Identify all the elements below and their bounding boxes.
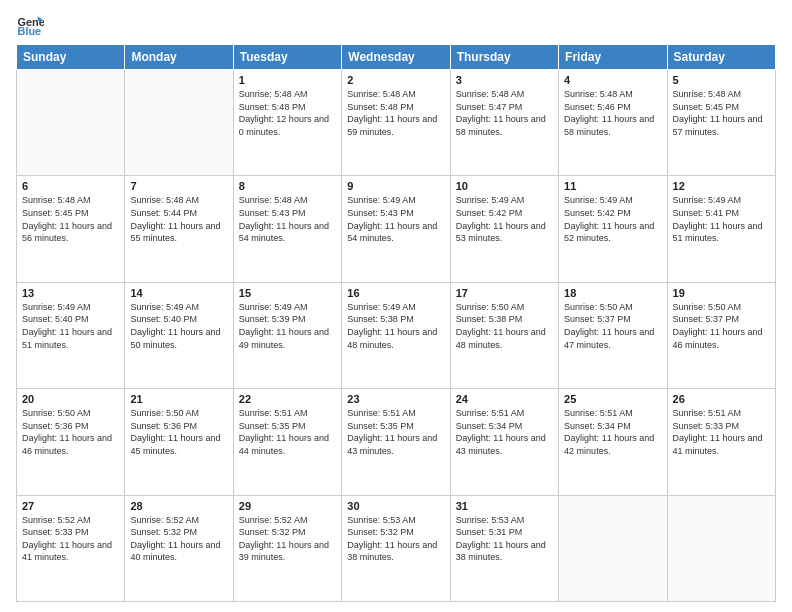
calendar-cell [125, 70, 233, 176]
day-info: Sunrise: 5:53 AMSunset: 5:32 PMDaylight:… [347, 514, 444, 564]
calendar-cell: 13Sunrise: 5:49 AMSunset: 5:40 PMDayligh… [17, 282, 125, 388]
day-info: Sunrise: 5:50 AMSunset: 5:37 PMDaylight:… [673, 301, 770, 351]
calendar-cell: 31Sunrise: 5:53 AMSunset: 5:31 PMDayligh… [450, 495, 558, 601]
day-number: 17 [456, 287, 553, 299]
day-number: 25 [564, 393, 661, 405]
day-number: 30 [347, 500, 444, 512]
day-number: 29 [239, 500, 336, 512]
day-info: Sunrise: 5:51 AMSunset: 5:34 PMDaylight:… [456, 407, 553, 457]
weekday-header-row: SundayMondayTuesdayWednesdayThursdayFrid… [17, 45, 776, 70]
weekday-header-friday: Friday [559, 45, 667, 70]
weekday-header-sunday: Sunday [17, 45, 125, 70]
calendar-cell: 24Sunrise: 5:51 AMSunset: 5:34 PMDayligh… [450, 389, 558, 495]
calendar-cell: 20Sunrise: 5:50 AMSunset: 5:36 PMDayligh… [17, 389, 125, 495]
day-number: 10 [456, 180, 553, 192]
logo: General Blue [16, 10, 48, 38]
day-number: 19 [673, 287, 770, 299]
day-number: 1 [239, 74, 336, 86]
day-info: Sunrise: 5:49 AMSunset: 5:40 PMDaylight:… [130, 301, 227, 351]
day-number: 27 [22, 500, 119, 512]
weekday-header-wednesday: Wednesday [342, 45, 450, 70]
day-info: Sunrise: 5:52 AMSunset: 5:32 PMDaylight:… [239, 514, 336, 564]
day-info: Sunrise: 5:48 AMSunset: 5:47 PMDaylight:… [456, 88, 553, 138]
calendar-cell: 21Sunrise: 5:50 AMSunset: 5:36 PMDayligh… [125, 389, 233, 495]
day-number: 5 [673, 74, 770, 86]
day-number: 16 [347, 287, 444, 299]
day-info: Sunrise: 5:48 AMSunset: 5:48 PMDaylight:… [347, 88, 444, 138]
calendar-cell: 28Sunrise: 5:52 AMSunset: 5:32 PMDayligh… [125, 495, 233, 601]
calendar-cell: 29Sunrise: 5:52 AMSunset: 5:32 PMDayligh… [233, 495, 341, 601]
day-info: Sunrise: 5:48 AMSunset: 5:48 PMDaylight:… [239, 88, 336, 138]
day-info: Sunrise: 5:48 AMSunset: 5:45 PMDaylight:… [22, 194, 119, 244]
calendar-cell: 9Sunrise: 5:49 AMSunset: 5:43 PMDaylight… [342, 176, 450, 282]
svg-text:Blue: Blue [18, 25, 42, 37]
calendar-cell: 6Sunrise: 5:48 AMSunset: 5:45 PMDaylight… [17, 176, 125, 282]
calendar-cell: 4Sunrise: 5:48 AMSunset: 5:46 PMDaylight… [559, 70, 667, 176]
day-number: 6 [22, 180, 119, 192]
calendar-cell: 26Sunrise: 5:51 AMSunset: 5:33 PMDayligh… [667, 389, 775, 495]
calendar-cell [667, 495, 775, 601]
day-number: 15 [239, 287, 336, 299]
calendar-cell: 18Sunrise: 5:50 AMSunset: 5:37 PMDayligh… [559, 282, 667, 388]
day-info: Sunrise: 5:49 AMSunset: 5:42 PMDaylight:… [456, 194, 553, 244]
calendar-cell: 10Sunrise: 5:49 AMSunset: 5:42 PMDayligh… [450, 176, 558, 282]
day-number: 8 [239, 180, 336, 192]
day-info: Sunrise: 5:49 AMSunset: 5:43 PMDaylight:… [347, 194, 444, 244]
calendar-cell: 8Sunrise: 5:48 AMSunset: 5:43 PMDaylight… [233, 176, 341, 282]
day-info: Sunrise: 5:49 AMSunset: 5:38 PMDaylight:… [347, 301, 444, 351]
calendar-cell: 23Sunrise: 5:51 AMSunset: 5:35 PMDayligh… [342, 389, 450, 495]
day-info: Sunrise: 5:50 AMSunset: 5:38 PMDaylight:… [456, 301, 553, 351]
calendar-cell: 22Sunrise: 5:51 AMSunset: 5:35 PMDayligh… [233, 389, 341, 495]
day-info: Sunrise: 5:52 AMSunset: 5:32 PMDaylight:… [130, 514, 227, 564]
calendar-cell: 27Sunrise: 5:52 AMSunset: 5:33 PMDayligh… [17, 495, 125, 601]
calendar-table: SundayMondayTuesdayWednesdayThursdayFrid… [16, 44, 776, 602]
header: General Blue [16, 10, 776, 38]
calendar-cell: 14Sunrise: 5:49 AMSunset: 5:40 PMDayligh… [125, 282, 233, 388]
day-info: Sunrise: 5:49 AMSunset: 5:41 PMDaylight:… [673, 194, 770, 244]
day-info: Sunrise: 5:49 AMSunset: 5:40 PMDaylight:… [22, 301, 119, 351]
day-number: 4 [564, 74, 661, 86]
day-info: Sunrise: 5:53 AMSunset: 5:31 PMDaylight:… [456, 514, 553, 564]
day-number: 28 [130, 500, 227, 512]
day-info: Sunrise: 5:50 AMSunset: 5:36 PMDaylight:… [22, 407, 119, 457]
calendar-cell: 5Sunrise: 5:48 AMSunset: 5:45 PMDaylight… [667, 70, 775, 176]
calendar-cell: 3Sunrise: 5:48 AMSunset: 5:47 PMDaylight… [450, 70, 558, 176]
day-number: 24 [456, 393, 553, 405]
day-info: Sunrise: 5:48 AMSunset: 5:46 PMDaylight:… [564, 88, 661, 138]
day-number: 3 [456, 74, 553, 86]
day-info: Sunrise: 5:48 AMSunset: 5:44 PMDaylight:… [130, 194, 227, 244]
day-number: 12 [673, 180, 770, 192]
calendar-cell [17, 70, 125, 176]
day-number: 26 [673, 393, 770, 405]
calendar-cell: 11Sunrise: 5:49 AMSunset: 5:42 PMDayligh… [559, 176, 667, 282]
weekday-header-monday: Monday [125, 45, 233, 70]
day-info: Sunrise: 5:51 AMSunset: 5:34 PMDaylight:… [564, 407, 661, 457]
logo-icon: General Blue [16, 10, 44, 38]
calendar-week-5: 27Sunrise: 5:52 AMSunset: 5:33 PMDayligh… [17, 495, 776, 601]
day-number: 18 [564, 287, 661, 299]
calendar-cell: 2Sunrise: 5:48 AMSunset: 5:48 PMDaylight… [342, 70, 450, 176]
calendar-header: SundayMondayTuesdayWednesdayThursdayFrid… [17, 45, 776, 70]
calendar-cell: 16Sunrise: 5:49 AMSunset: 5:38 PMDayligh… [342, 282, 450, 388]
day-info: Sunrise: 5:51 AMSunset: 5:35 PMDaylight:… [347, 407, 444, 457]
day-info: Sunrise: 5:51 AMSunset: 5:35 PMDaylight:… [239, 407, 336, 457]
day-info: Sunrise: 5:49 AMSunset: 5:39 PMDaylight:… [239, 301, 336, 351]
calendar-cell: 30Sunrise: 5:53 AMSunset: 5:32 PMDayligh… [342, 495, 450, 601]
day-info: Sunrise: 5:48 AMSunset: 5:43 PMDaylight:… [239, 194, 336, 244]
calendar-cell: 7Sunrise: 5:48 AMSunset: 5:44 PMDaylight… [125, 176, 233, 282]
calendar-cell: 25Sunrise: 5:51 AMSunset: 5:34 PMDayligh… [559, 389, 667, 495]
day-number: 21 [130, 393, 227, 405]
weekday-header-tuesday: Tuesday [233, 45, 341, 70]
calendar-cell: 12Sunrise: 5:49 AMSunset: 5:41 PMDayligh… [667, 176, 775, 282]
day-info: Sunrise: 5:50 AMSunset: 5:37 PMDaylight:… [564, 301, 661, 351]
calendar-body: 1Sunrise: 5:48 AMSunset: 5:48 PMDaylight… [17, 70, 776, 602]
calendar-week-1: 1Sunrise: 5:48 AMSunset: 5:48 PMDaylight… [17, 70, 776, 176]
calendar-week-4: 20Sunrise: 5:50 AMSunset: 5:36 PMDayligh… [17, 389, 776, 495]
calendar-cell: 19Sunrise: 5:50 AMSunset: 5:37 PMDayligh… [667, 282, 775, 388]
day-number: 7 [130, 180, 227, 192]
day-number: 11 [564, 180, 661, 192]
calendar-cell: 17Sunrise: 5:50 AMSunset: 5:38 PMDayligh… [450, 282, 558, 388]
day-info: Sunrise: 5:51 AMSunset: 5:33 PMDaylight:… [673, 407, 770, 457]
calendar-week-2: 6Sunrise: 5:48 AMSunset: 5:45 PMDaylight… [17, 176, 776, 282]
weekday-header-saturday: Saturday [667, 45, 775, 70]
